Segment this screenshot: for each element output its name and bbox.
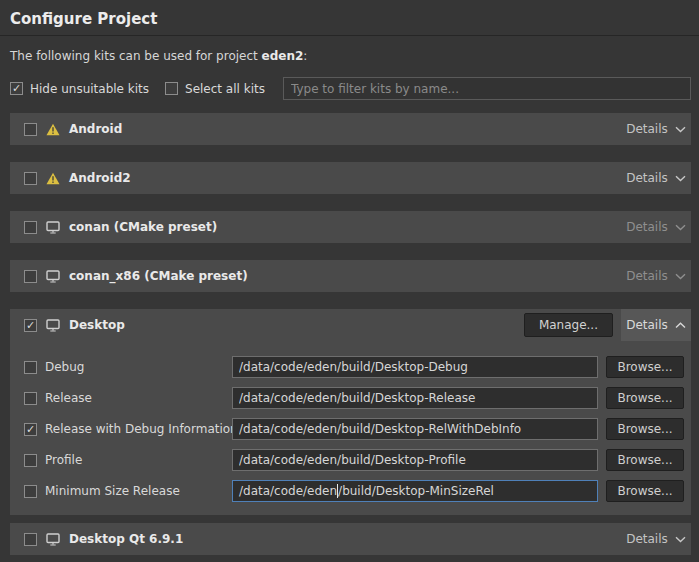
intro-suffix: :: [303, 49, 307, 63]
kit-checkbox[interactable]: [24, 221, 37, 234]
build-config-label: Minimum Size Release: [37, 484, 232, 498]
kit-checkbox[interactable]: [24, 172, 37, 185]
kit-filter-input[interactable]: [283, 77, 691, 100]
build-config-label: Profile: [37, 453, 232, 467]
build-config-checkbox[interactable]: [24, 485, 37, 498]
hide-unsuitable-group: Hide unsuitable kits: [10, 82, 149, 96]
chevron-down-icon: [675, 536, 686, 543]
kit-name: conan_x86 (CMake preset): [69, 269, 248, 283]
desktop-icon: [46, 221, 60, 234]
kit-header-conan[interactable]: conan (CMake preset) Details: [10, 211, 691, 243]
chevron-up-icon: [675, 322, 686, 329]
build-dir-input[interactable]: /data/code/eden/build/Desktop-MinSizeRel: [232, 480, 598, 502]
build-config-row-debug: Debug Browse...: [24, 356, 684, 378]
kit-name: Desktop: [69, 318, 125, 332]
desktop-icon: [46, 270, 60, 283]
warning-icon: [46, 123, 60, 136]
details-label: Details: [626, 171, 668, 185]
kit-section-android2: Android2 Details: [10, 162, 691, 194]
desktop-icon: [46, 319, 60, 332]
details-label: Details: [626, 220, 668, 234]
kit-name: Desktop Qt 6.9.1: [69, 532, 183, 546]
kit-header-conan-x86[interactable]: conan_x86 (CMake preset) Details: [10, 260, 691, 292]
chevron-down-icon: [675, 126, 686, 133]
desktop-icon: [46, 533, 60, 546]
browse-button[interactable]: Browse...: [606, 356, 684, 378]
kit-header-android2[interactable]: Android2 Details: [10, 162, 691, 194]
build-config-row-relwithdebinfo: Release with Debug Information Browse...: [24, 418, 684, 440]
build-config-checkbox[interactable]: [24, 454, 37, 467]
kit-header-android[interactable]: Android Details: [10, 113, 691, 145]
build-config-label: Release with Debug Information: [37, 422, 232, 436]
dialog-header: Configure Project: [0, 0, 699, 36]
build-config-row-minsizerel: Minimum Size Release /data/code/eden/bui…: [24, 480, 684, 502]
browse-button[interactable]: Browse...: [606, 449, 684, 471]
details-button[interactable]: Details: [621, 162, 691, 194]
kit-section-desktop-qt: Desktop Qt 6.9.1 Details: [10, 523, 691, 555]
kit-name: conan (CMake preset): [69, 220, 217, 234]
select-all-group: Select all kits: [165, 82, 265, 96]
build-config-row-release: Release Browse...: [24, 387, 684, 409]
kit-name: Android2: [69, 171, 131, 185]
kit-checkbox[interactable]: [24, 319, 37, 332]
build-config-label: Release: [37, 391, 232, 405]
page-title: Configure Project: [10, 10, 689, 28]
build-config-list: Debug Browse... Release Browse... Releas…: [10, 341, 691, 515]
kit-section-conan-x86: conan_x86 (CMake preset) Details: [10, 260, 691, 292]
filter-toolbar: Hide unsuitable kits Select all kits: [10, 77, 691, 100]
warning-icon: [46, 172, 60, 185]
chevron-down-icon: [675, 273, 686, 280]
project-name: eden2: [262, 49, 304, 63]
details-label: Details: [626, 532, 668, 546]
build-dir-input[interactable]: [232, 387, 598, 409]
kit-checkbox[interactable]: [24, 533, 37, 546]
build-config-label: Debug: [37, 360, 232, 374]
browse-button[interactable]: Browse...: [606, 418, 684, 440]
build-dir-input[interactable]: [232, 449, 598, 471]
build-config-checkbox[interactable]: [24, 392, 37, 405]
details-button[interactable]: Details: [621, 523, 691, 555]
build-dir-input[interactable]: [232, 356, 598, 378]
build-dir-input[interactable]: [232, 418, 598, 440]
kit-section-desktop: Desktop Manage... Details Debug Browse..…: [10, 309, 691, 515]
hide-unsuitable-checkbox[interactable]: [10, 82, 23, 95]
details-button[interactable]: Details: [621, 211, 691, 243]
details-button[interactable]: Details: [621, 113, 691, 145]
details-label: Details: [626, 269, 668, 283]
build-config-checkbox[interactable]: [24, 423, 37, 436]
build-config-checkbox[interactable]: [24, 361, 37, 374]
kit-header-desktop[interactable]: Desktop Manage... Details: [10, 309, 691, 341]
build-config-row-profile: Profile Browse...: [24, 449, 684, 471]
kit-checkbox[interactable]: [24, 270, 37, 283]
details-label: Details: [626, 318, 668, 332]
chevron-down-icon: [675, 175, 686, 182]
details-button[interactable]: Details: [621, 260, 691, 292]
select-all-label: Select all kits: [185, 82, 265, 96]
kit-section-conan: conan (CMake preset) Details: [10, 211, 691, 243]
kit-section-android: Android Details: [10, 113, 691, 145]
chevron-down-icon: [675, 224, 686, 231]
intro-prefix: The following kits can be used for proje…: [10, 49, 262, 63]
path-text-after-caret: /build/Desktop-MinSizeRel: [338, 484, 494, 498]
kit-checkbox[interactable]: [24, 123, 37, 136]
kit-header-desktop-qt[interactable]: Desktop Qt 6.9.1 Details: [10, 523, 691, 555]
kit-name: Android: [69, 122, 122, 136]
hide-unsuitable-label: Hide unsuitable kits: [30, 82, 149, 96]
details-button[interactable]: Details: [621, 309, 691, 341]
path-text-before-caret: /data/code/eden: [239, 484, 337, 498]
manage-kits-button[interactable]: Manage...: [524, 313, 613, 337]
select-all-checkbox[interactable]: [165, 82, 178, 95]
details-label: Details: [626, 122, 668, 136]
browse-button[interactable]: Browse...: [606, 480, 684, 502]
browse-button[interactable]: Browse...: [606, 387, 684, 409]
intro-text: The following kits can be used for proje…: [10, 49, 689, 63]
